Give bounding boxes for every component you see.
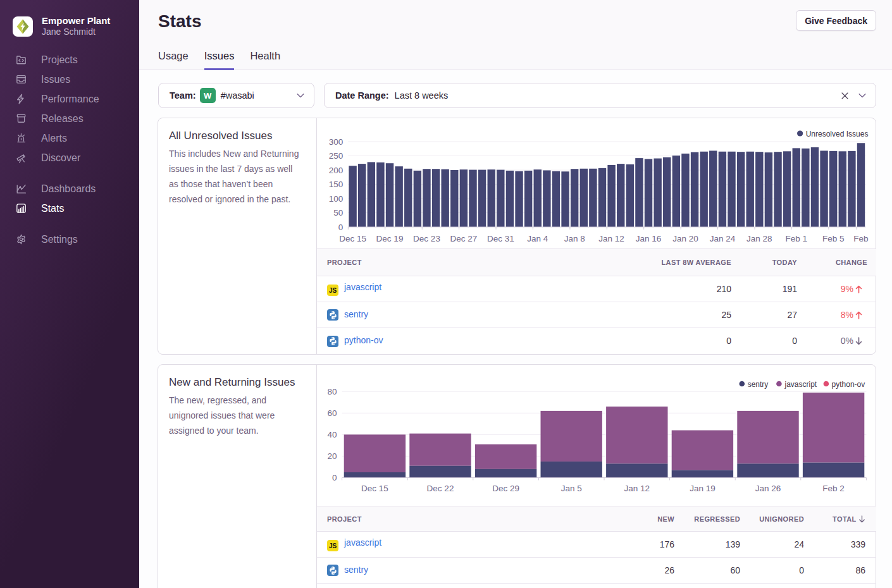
svg-text:60: 60 [328, 408, 337, 418]
svg-text:Jan 12: Jan 12 [598, 234, 624, 243]
svg-text:100: 100 [329, 194, 344, 204]
svg-text:0: 0 [332, 473, 337, 482]
svg-text:Dec 15: Dec 15 [361, 484, 388, 493]
svg-text:Jan 24: Jan 24 [710, 234, 736, 243]
svg-text:Jan 4: Jan 4 [527, 234, 548, 243]
svg-text:Unresolved Issues: Unresolved Issues [806, 130, 869, 138]
svg-text:200: 200 [329, 166, 344, 175]
svg-text:Feb 1: Feb 1 [785, 234, 807, 243]
svg-text:80: 80 [328, 387, 337, 396]
svg-text:Jan 8: Jan 8 [564, 234, 585, 243]
svg-text:Dec 29: Dec 29 [492, 484, 519, 493]
svg-text:50: 50 [333, 208, 343, 217]
svg-text:Feb: Feb [853, 234, 868, 243]
svg-text:Jan 28: Jan 28 [746, 234, 772, 243]
svg-text:Feb 5: Feb 5 [822, 234, 845, 243]
svg-text:Dec 22: Dec 22 [427, 484, 454, 493]
svg-text:150: 150 [329, 180, 344, 189]
svg-text:300: 300 [329, 137, 344, 147]
svg-text:20: 20 [328, 451, 337, 461]
svg-text:Jan 26: Jan 26 [755, 484, 781, 493]
svg-text:Jan 19: Jan 19 [690, 484, 715, 493]
svg-text:Dec 27: Dec 27 [450, 234, 478, 243]
svg-text:python-ov: python-ov [832, 380, 865, 389]
svg-text:250: 250 [329, 151, 344, 161]
svg-text:Jan 16: Jan 16 [636, 234, 662, 243]
svg-text:Jan 20: Jan 20 [672, 234, 698, 243]
svg-text:Dec 19: Dec 19 [376, 234, 404, 243]
svg-text:Jan 12: Jan 12 [624, 484, 650, 493]
svg-text:0: 0 [338, 223, 344, 232]
svg-text:Dec 23: Dec 23 [413, 234, 440, 243]
svg-text:40: 40 [328, 430, 337, 439]
svg-text:Dec 31: Dec 31 [487, 234, 514, 243]
svg-text:Jan 5: Jan 5 [561, 484, 582, 493]
svg-text:javascript: javascript [784, 380, 817, 389]
svg-text:Dec 15: Dec 15 [339, 234, 366, 243]
svg-text:sentry: sentry [748, 380, 769, 389]
svg-text:Feb 2: Feb 2 [822, 484, 845, 493]
